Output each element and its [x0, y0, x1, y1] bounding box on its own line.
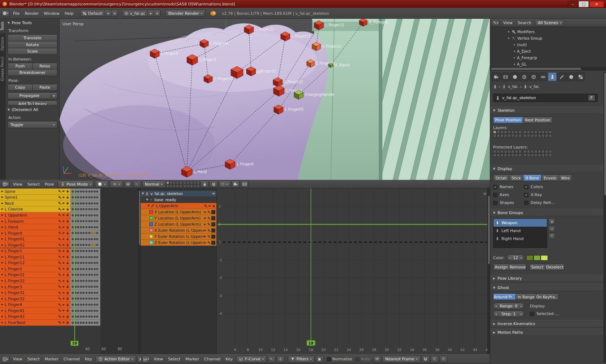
keyframe-diamond[interactable]: [91, 274, 93, 276]
keyframe-diamond[interactable]: [80, 220, 82, 222]
editor-type-outliner-button[interactable]: ▾: [492, 20, 500, 26]
graph-channel-z-euler-rotation-l-upperarm-[interactable]: Z Euler Rotation (L UpperArm): [141, 240, 216, 246]
dopesheet-channel-l-clavicle[interactable]: ▶L Clavicle: [0, 207, 70, 213]
layer-cell[interactable]: [523, 154, 527, 157]
topbar-menu-render[interactable]: Render: [22, 11, 41, 16]
scene-delete-button[interactable]: ×: [154, 10, 160, 17]
dope-sheet[interactable]: ▶Spine▶Spine1▶Neck▶L Clavicle▶L UpperArm…: [0, 188, 141, 354]
dopesheet-channel-l-finger02[interactable]: ▶L Finger02: [0, 242, 70, 248]
layer-cell[interactable]: [527, 150, 530, 153]
keyframe-diamond[interactable]: [71, 309, 74, 312]
layer-cell[interactable]: [527, 130, 530, 134]
expand-icon[interactable]: ▶: [0, 279, 5, 282]
keyframe-diamond[interactable]: [71, 256, 74, 258]
layer-cell[interactable]: [497, 150, 500, 153]
dopesheet-channel-l-finger1[interactable]: ▶L Finger1: [0, 248, 70, 254]
pose-position-button[interactable]: Pose Position: [493, 117, 523, 124]
layer-cell[interactable]: [166, 185, 169, 187]
expand-icon[interactable]: ▶: [0, 208, 5, 210]
keyframe-diamond[interactable]: [82, 196, 85, 199]
layer-cell[interactable]: [515, 134, 518, 137]
keyframe-diamond[interactable]: [91, 190, 93, 192]
keyframe-diamond[interactable]: [96, 268, 98, 270]
keyframe-diamond[interactable]: [77, 262, 79, 264]
keyframe-diamond[interactable]: [77, 256, 79, 258]
layer-cell[interactable]: [173, 185, 176, 187]
keyframe-diamond[interactable]: [85, 214, 88, 217]
layer-cell[interactable]: [518, 154, 522, 157]
layer-cell[interactable]: [549, 154, 552, 157]
keyframe-diamond[interactable]: [91, 321, 93, 324]
filters-button[interactable]: Filters▾: [288, 356, 315, 363]
keyframe-diamond[interactable]: [85, 303, 88, 306]
keyframe-diamond[interactable]: [82, 309, 85, 312]
keyframe-diamond[interactable]: [96, 190, 98, 192]
layer-cell[interactable]: [515, 130, 518, 134]
keyframe-diamond[interactable]: [93, 250, 96, 252]
layer-cell[interactable]: [170, 185, 172, 187]
properties-tab-object[interactable]: [529, 72, 538, 81]
keyframe-diamond[interactable]: [77, 208, 79, 210]
keyframe-diamond[interactable]: [88, 303, 91, 306]
keyframe-diamond[interactable]: [80, 250, 82, 252]
layer-cell[interactable]: [541, 154, 545, 157]
expand-icon[interactable]: ▶: [0, 190, 5, 193]
keyframe-diamond[interactable]: [82, 303, 85, 306]
graph-channel-y-euler-rotation-l-upperarm-[interactable]: Y Euler Rotation (L UpperArm): [141, 234, 216, 240]
refresh-icon[interactable]: ⟳: [373, 356, 381, 363]
breadcrumb-item[interactable]: v_fal.: [508, 84, 518, 89]
keyframe-diamond[interactable]: [82, 250, 85, 252]
keyframe-diamond[interactable]: [82, 321, 85, 324]
display-mode-b-bone[interactable]: B-Bone: [523, 174, 541, 181]
keyframe-diamond[interactable]: [96, 274, 98, 276]
layer-cell[interactable]: [518, 150, 522, 153]
keyframe-diamond[interactable]: [85, 262, 88, 264]
layer-cell[interactable]: [511, 130, 514, 134]
mode-select[interactable]: Pose Mode▾: [58, 181, 94, 188]
keyframe-diamond[interactable]: [71, 321, 74, 324]
assign-button[interactable]: Assign: [493, 264, 509, 271]
dopesheet-channel-l-finger42[interactable]: ▶L Finger42: [0, 314, 70, 320]
keyframe-diamond[interactable]: [77, 244, 79, 246]
dopesheet-channel-l-finger0[interactable]: ▶L Finger0: [0, 230, 70, 236]
region-expand-icon[interactable]: +: [483, 191, 487, 196]
layer-cell[interactable]: [508, 150, 511, 153]
dopesheet-channel-l-finger22[interactable]: ▶L Finger22: [0, 278, 70, 284]
expand-icon[interactable]: ▶: [0, 244, 5, 247]
keyframe-diamond[interactable]: [71, 220, 74, 222]
keyframe-diamond[interactable]: [91, 262, 93, 264]
layer-cell[interactable]: [493, 154, 496, 157]
outliner-item-a-gl[interactable]: •A_GL: [513, 61, 527, 67]
keyframe-diamond[interactable]: [82, 274, 85, 276]
keyframe-diamond[interactable]: [88, 268, 91, 270]
layer-cell[interactable]: [497, 130, 500, 134]
dopesheet-channel-l-finger3[interactable]: ▶L Finger3: [0, 284, 70, 290]
deselect-all-panel-header[interactable]: ▼ (De)select All ::::: [8, 106, 57, 113]
keyframe-diamond[interactable]: [82, 220, 85, 222]
modifier-toggle[interactable]: [211, 228, 215, 232]
lock-to-scene-icon[interactable]: [201, 181, 208, 188]
graph-channel-v-fal-qc-skeleton[interactable]: ▼v_fal.qc_skeleton: [141, 191, 216, 197]
keyframe-diamond[interactable]: [77, 250, 79, 252]
bone-group-left-hand[interactable]: Left Hand: [493, 227, 547, 235]
keyframe-diamond[interactable]: [88, 280, 91, 282]
keyframe-diamond[interactable]: [80, 238, 82, 240]
maximize-button[interactable]: □: [579, 1, 589, 7]
editor-type-info-button[interactable]: ▾: [1, 10, 9, 17]
layer-cell[interactable]: [190, 181, 193, 184]
viewport-menu-view[interactable]: View: [10, 182, 25, 187]
properties-tab-scene[interactable]: [510, 72, 519, 81]
translate-button[interactable]: Translate: [8, 34, 57, 41]
dopesheet-channel-l-finger4[interactable]: ▶L Finger4: [0, 302, 70, 308]
expand-icon[interactable]: ▶: [0, 267, 5, 270]
bone-group-right-hand[interactable]: Right Hand: [493, 235, 547, 243]
layer-cell[interactable]: [190, 185, 193, 187]
add-group-button[interactable]: +: [549, 218, 555, 225]
outliner-item-modifiers[interactable]: Modifiers: [507, 28, 535, 35]
keyframe-diamond[interactable]: [88, 274, 91, 276]
keyframe-diamond[interactable]: [71, 208, 74, 210]
breadcrumb-item[interactable]: v_fal.: [529, 84, 540, 89]
bone-groups-list[interactable]: WeaponLeft HandRight Hand: [493, 218, 547, 248]
inverse-kinematics-panel-header[interactable]: ▶Inverse Kinematics ::::: [490, 320, 606, 327]
keyframe-diamond[interactable]: [77, 238, 79, 240]
